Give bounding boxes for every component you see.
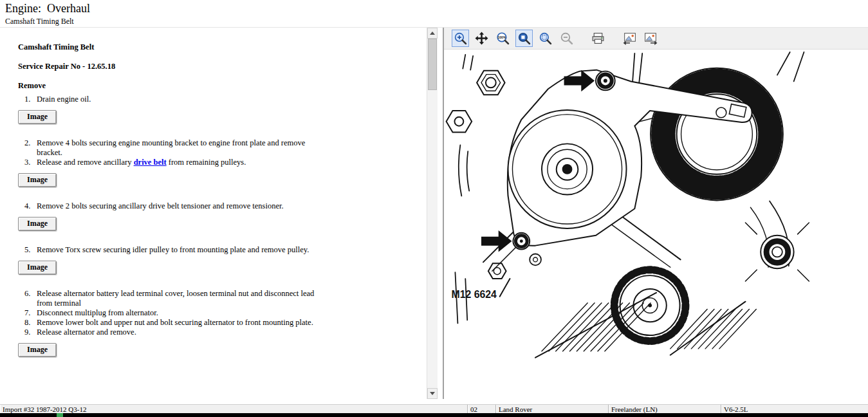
step-4: 4. Remove 2 bolts securing ancillary dri… bbox=[18, 201, 427, 211]
image-button-2[interactable]: Image bbox=[18, 173, 57, 187]
image-button-3[interactable]: Image bbox=[18, 217, 57, 231]
zoom-100-icon: 100% bbox=[496, 32, 510, 45]
status-model: Freelander (LN) bbox=[609, 405, 721, 413]
hex-bolt-left-edge bbox=[447, 111, 472, 133]
panel-divider bbox=[438, 28, 444, 399]
image-row: Image bbox=[18, 343, 427, 357]
scroll-up-button[interactable] bbox=[427, 28, 438, 39]
step-number: 9. bbox=[24, 328, 37, 337]
image-button-4[interactable]: Image bbox=[18, 261, 57, 275]
page-header: Engine: Overhaul Camshaft Timing Belt bbox=[0, 0, 868, 27]
next-image-icon bbox=[643, 32, 658, 45]
pan-icon bbox=[475, 32, 488, 45]
previous-image-icon bbox=[622, 32, 637, 45]
print-icon bbox=[591, 32, 605, 45]
taskbar-strip bbox=[0, 413, 868, 417]
zoom-in-button[interactable] bbox=[452, 30, 469, 47]
tensioner-pulley bbox=[508, 110, 627, 228]
next-image-button[interactable] bbox=[642, 30, 660, 47]
section-heading-remove: Remove bbox=[18, 81, 427, 91]
step-7: 7. Disconnect multiplug from alternator. bbox=[18, 308, 427, 318]
hex-bolt-top-left bbox=[477, 71, 505, 95]
previous-image-button[interactable] bbox=[621, 30, 638, 47]
step-number: 5. bbox=[24, 245, 37, 255]
main-split: Camshaft Timing Belt Service Repair No -… bbox=[0, 27, 868, 399]
step-text: Drain engine oil. bbox=[37, 95, 328, 104]
image-row: Image bbox=[18, 173, 427, 187]
zoom-window-button[interactable] bbox=[537, 30, 554, 47]
top-bolt bbox=[596, 71, 615, 91]
svg-text:100%: 100% bbox=[497, 35, 506, 39]
step-6: 6. Release alternator battery lead termi… bbox=[18, 289, 427, 308]
diagram-panel: 100% bbox=[444, 28, 868, 399]
print-button[interactable] bbox=[589, 30, 607, 47]
zoom-in-icon bbox=[454, 32, 467, 45]
step-text-after-link: from remaining pulleys. bbox=[167, 158, 246, 167]
down-arrow-icon bbox=[430, 392, 435, 395]
step-1: 1. Drain engine oil. bbox=[18, 95, 427, 104]
procedure-panel: Camshaft Timing Belt Service Repair No -… bbox=[0, 28, 438, 399]
scroll-down-button[interactable] bbox=[427, 388, 438, 399]
image-button-5[interactable]: Image bbox=[18, 343, 57, 357]
figure-label: M12 6624 bbox=[452, 289, 497, 300]
bottom-gap bbox=[0, 399, 868, 404]
step-number: 2. bbox=[24, 138, 37, 158]
viewer-toolbar: 100% bbox=[444, 28, 868, 50]
diagram-canvas[interactable]: M12 6624 bbox=[444, 50, 868, 399]
zoom-out-icon bbox=[560, 32, 573, 45]
image-row: Image bbox=[18, 261, 427, 275]
step-5: 5. Remove Torx screw securing idler pull… bbox=[18, 245, 427, 255]
zoom-100-button[interactable]: 100% bbox=[494, 30, 512, 47]
status-import-info: Import #32 1987-2012 Q3-12 bbox=[0, 405, 468, 413]
app-window: Engine: Overhaul Camshaft Timing Belt Ca… bbox=[0, 0, 868, 417]
engine-diagram-svg: M12 6624 bbox=[444, 50, 868, 399]
status-make: Land Rover bbox=[496, 405, 609, 413]
zoom-window-icon bbox=[539, 32, 552, 45]
step-number: 8. bbox=[24, 318, 37, 328]
hatched-belt-bands bbox=[535, 293, 756, 358]
status-engine: V6-2.5L bbox=[721, 405, 868, 413]
doc-heading: Camshaft Timing Belt bbox=[18, 42, 427, 52]
ribbed-pulley bbox=[651, 68, 783, 201]
step-8: 8. Remove lower bolt and upper nut and b… bbox=[18, 318, 427, 328]
step-text: Release and remove ancillary drive belt … bbox=[37, 158, 328, 167]
drive-belt-link[interactable]: drive belt bbox=[134, 158, 167, 167]
zoom-fit-icon bbox=[517, 32, 531, 45]
vertical-scrollbar[interactable] bbox=[427, 28, 438, 399]
step-text: Remove lower bolt and upper nut and bolt… bbox=[37, 318, 328, 328]
scrollbar-track[interactable] bbox=[427, 39, 438, 388]
step-3: 3. Release and remove ancillary drive be… bbox=[18, 158, 427, 167]
zoom-out-button[interactable] bbox=[558, 30, 575, 47]
service-repair-number: Service Repair No - 12.65.18 bbox=[18, 62, 427, 71]
step-text: Release alternator and remove. bbox=[37, 328, 328, 337]
step-number: 3. bbox=[24, 158, 37, 167]
hex-bolt-bottom-right bbox=[745, 223, 809, 281]
scrollbar-thumb[interactable] bbox=[428, 39, 437, 90]
page-title: Engine: Overhaul bbox=[5, 2, 868, 15]
step-number: 4. bbox=[24, 201, 37, 211]
step-number: 7. bbox=[24, 308, 37, 318]
step-text: Remove Torx screw securing idler pulley … bbox=[37, 245, 328, 255]
taskbar-green-indicator bbox=[57, 413, 63, 417]
step-9: 9. Release alternator and remove. bbox=[18, 328, 427, 337]
step-text: Remove 2 bolts securing ancillary drive … bbox=[37, 201, 328, 211]
page-subtitle: Camshaft Timing Belt bbox=[5, 17, 868, 26]
zoom-fit-button[interactable] bbox=[515, 30, 533, 47]
image-row: Image bbox=[18, 217, 427, 231]
step-text: Remove 4 bolts securing engine mounting … bbox=[37, 138, 328, 158]
step-number: 1. bbox=[24, 95, 37, 104]
up-arrow-icon bbox=[430, 32, 435, 35]
status-code: 02 bbox=[468, 405, 496, 413]
procedure-document: Camshaft Timing Belt Service Repair No -… bbox=[0, 28, 427, 399]
pan-button[interactable] bbox=[473, 30, 490, 47]
image-button-1[interactable]: Image bbox=[18, 110, 57, 124]
step-number: 6. bbox=[24, 289, 37, 308]
figure-label-group: M12 6624 bbox=[452, 279, 510, 300]
image-row: Image bbox=[18, 110, 427, 124]
step-2: 2. Remove 4 bolts securing engine mounti… bbox=[18, 138, 427, 158]
step-text: Disconnect multiplug from alternator. bbox=[37, 308, 328, 318]
step-text: Release alternator battery lead terminal… bbox=[37, 289, 328, 308]
status-bar: Import #32 1987-2012 Q3-12 02 Land Rover… bbox=[0, 404, 868, 413]
step-text-before-link: Release and remove ancillary bbox=[37, 158, 134, 167]
